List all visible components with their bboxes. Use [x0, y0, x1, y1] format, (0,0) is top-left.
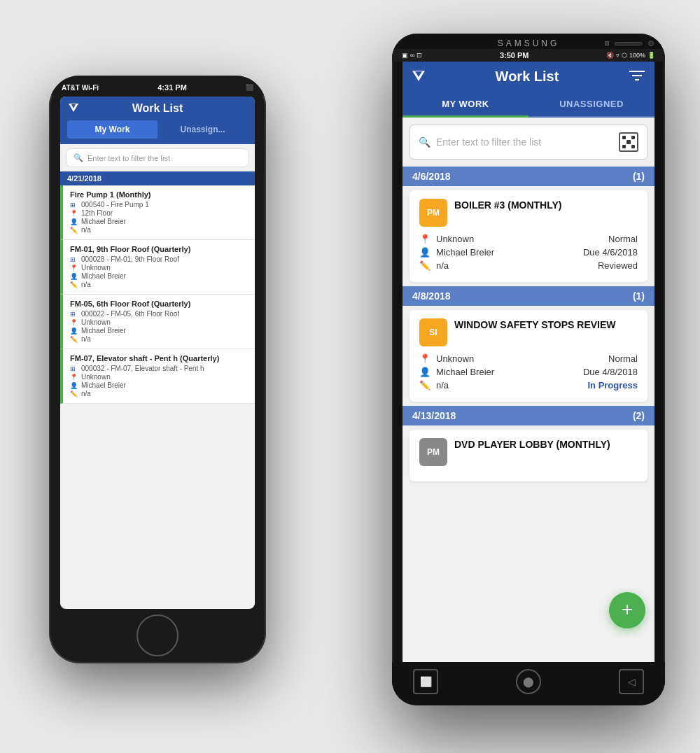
iphone-item-assignee-4: Michael Breier — [81, 381, 126, 389]
iphone-list-item[interactable]: FM-05, 6th Floor Roof (Quarterly) ⊞ 0000… — [60, 295, 255, 349]
samsung-search-placeholder: Enter text to filter the list — [436, 136, 541, 148]
samsung-search-icon: 🔍 — [419, 136, 430, 148]
samsung-work-item-1[interactable]: PM BOILER #3 (MONTHLY) 📍 Unknown Normal — [410, 190, 648, 282]
samsung-item-badge-2: SI — [419, 318, 447, 346]
iphone-tab-mywork[interactable]: My Work — [67, 120, 158, 139]
samsung-tab-mywork[interactable]: MY WORK — [402, 92, 528, 116]
iphone-content: 4/21/2018 Fire Pump 1 (Monthly) ⊞ 000540… — [60, 171, 255, 609]
iphone-item-note-1: n/a — [81, 226, 91, 234]
location-icon: 📍 — [70, 319, 78, 326]
samsung-item-title-3: DVD PLAYER LOBBY (MONTHLY) — [454, 438, 610, 451]
iphone-item-row: ✏️ n/a — [70, 390, 248, 397]
samsung-tab-unassigned[interactable]: UNASSIGNED — [528, 92, 654, 116]
iphone-item-row: 👤 Michael Breier — [70, 327, 248, 335]
iphone-item-note-3: n/a — [81, 335, 91, 343]
samsung-home-button[interactable]: ⬤ — [516, 669, 541, 694]
iphone-item-row: 📍 Unknown — [70, 318, 248, 326]
recents-icon: ◁ — [628, 676, 636, 687]
samsung-earpiece — [615, 42, 643, 45]
samsung-work-item-3[interactable]: PM DVD PLAYER LOBBY (MONTHLY) — [410, 430, 648, 481]
samsung-search-left: 🔍 Enter text to filter the list — [419, 136, 541, 148]
samsung-wifi-icon: ▿ — [616, 52, 620, 59]
samsung-front-camera — [605, 41, 609, 45]
location-icon: 📍 — [419, 353, 430, 364]
samsung-item-detail-row: 👤 Michael Breier Due 4/6/2018 — [419, 247, 638, 258]
iphone-item-row: 👤 Michael Breier — [70, 381, 248, 389]
iphone-item-location-2: Unknown — [81, 264, 111, 272]
samsung-status-icon-3: ⊡ — [416, 52, 422, 59]
iphone-item-row: 👤 Michael Breier — [70, 272, 248, 280]
samsung-qr-icon[interactable] — [619, 132, 638, 152]
iphone-item-id-1: 000540 - Fire Pump 1 — [81, 201, 149, 209]
samsung-mute-icon: 🔇 — [606, 52, 614, 59]
grid-icon: ⊞ — [70, 202, 78, 209]
iphone-device: AT&T Wi-Fi 4:31 PM ⬛ Work List My Work U… — [49, 76, 266, 663]
iphone-item-location-1: 12th Floor — [81, 209, 113, 217]
samsung-section-date-3: 4/13/2018 — [412, 410, 456, 421]
samsung-status-bar: ▣ ∞ ⊡ 3:50 PM 🔇 ▿ ⬡ 100% 🔋 — [392, 49, 665, 62]
person-icon: 👤 — [70, 273, 78, 280]
iphone-tabs: My Work Unassign... — [60, 120, 255, 144]
iphone-item-assignee-3: Michael Breier — [81, 327, 126, 335]
iphone-list-item[interactable]: Fire Pump 1 (Monthly) ⊞ 000540 - Fire Pu… — [60, 185, 255, 240]
iphone-section-date-1: 4/21/2018 — [60, 171, 255, 185]
pencil-icon: ✏️ — [70, 336, 78, 343]
samsung-section-count-2: (1) — [633, 290, 645, 302]
iphone-tab-unassigned[interactable]: Unassign... — [158, 120, 248, 139]
iphone-screen: Work List My Work Unassign... 🔍 Enter te… — [60, 97, 255, 609]
iphone-search-placeholder: Enter text to filter the list — [88, 154, 170, 162]
samsung-app-logo — [412, 69, 425, 85]
samsung-content: 4/6/2018 (1) PM BOILER #3 (MONTHLY) 📍 Un… — [402, 167, 654, 662]
scene: AT&T Wi-Fi 4:31 PM ⬛ Work List My Work U… — [35, 34, 665, 719]
fab-add-button[interactable]: + — [609, 592, 645, 628]
iphone-item-row: ✏️ n/a — [70, 281, 248, 288]
samsung-filter-icon[interactable] — [629, 69, 645, 85]
home-icon: ⬤ — [523, 676, 534, 687]
iphone-item-id-4: 000032 - FM-07, Elevator shaft - Pent h — [81, 365, 204, 372]
samsung-status-icon-2: ∞ — [410, 52, 414, 59]
samsung-signal-icon: ⬡ — [622, 52, 627, 59]
samsung-section-count-3: (2) — [633, 410, 645, 421]
samsung-tabs: MY WORK UNASSIGNED — [402, 92, 654, 118]
iphone-item-note-2: n/a — [81, 281, 91, 288]
samsung-work-item-2[interactable]: SI WINDOW SAFETY STOPS REVIEW 📍 Unknown … — [410, 310, 648, 402]
samsung-assignee-1: Michael Breier — [436, 247, 494, 258]
iphone-app-title: Work List — [132, 102, 183, 115]
samsung-recents-button[interactable]: ◁ — [619, 669, 644, 694]
fab-plus-icon: + — [622, 600, 633, 619]
samsung-due-2: Due 4/8/2018 — [583, 367, 638, 377]
samsung-item-header-1: PM BOILER #3 (MONTHLY) — [419, 199, 638, 227]
samsung-search-bar[interactable]: 🔍 Enter text to filter the list — [410, 125, 648, 160]
iphone-item-row: 📍 Unknown — [70, 264, 248, 272]
samsung-status-right: 🔇 ▿ ⬡ 100% 🔋 — [606, 52, 655, 59]
samsung-item-detail-row: ✏️ n/a Reviewed — [419, 260, 638, 271]
samsung-status-2: In Progress — [587, 380, 638, 390]
samsung-item-title-2: WINDOW SAFETY STOPS REVIEW — [454, 318, 616, 331]
iphone-list-item[interactable]: FM-07, Elevator shaft - Pent h (Quarterl… — [60, 349, 255, 404]
person-icon: 👤 — [70, 218, 78, 225]
samsung-back-button[interactable]: ⬜ — [413, 669, 438, 694]
iphone-item-title-4: FM-07, Elevator shaft - Pent h (Quarterl… — [70, 354, 248, 363]
pencil-icon: ✏️ — [70, 281, 78, 288]
samsung-battery-text: 100% — [629, 52, 645, 59]
iphone-list-item[interactable]: FM-01, 9th Floor Roof (Quarterly) ⊞ 0000… — [60, 240, 255, 295]
grid-icon: ⊞ — [70, 256, 78, 263]
location-icon: 📍 — [70, 374, 78, 381]
samsung-priority-2: Normal — [608, 353, 638, 364]
grid-icon: ⊞ — [70, 365, 78, 372]
samsung-location-1: Unknown — [436, 234, 474, 244]
iphone-logo — [69, 102, 78, 115]
iphone-item-location-4: Unknown — [81, 373, 111, 381]
iphone-item-row: 👤 Michael Breier — [70, 218, 248, 225]
samsung-assignee-2: Michael Breier — [436, 367, 494, 377]
samsung-screen: Work List MY WORK UNASSIGNED — [402, 62, 654, 662]
iphone-app-header: Work List — [60, 97, 255, 120]
samsung-item-detail-row: 📍 Unknown Normal — [419, 234, 638, 244]
iphone-item-id-3: 000022 - FM-05, 6th Floor Roof — [81, 310, 179, 318]
samsung-app-title: Work List — [496, 69, 559, 85]
pencil-icon: ✏️ — [70, 227, 78, 234]
iphone-search-bar[interactable]: 🔍 Enter text to filter the list — [66, 148, 249, 167]
samsung-battery-icon: 🔋 — [648, 52, 655, 59]
samsung-section-count-1: (1) — [633, 171, 645, 182]
iphone-home-button[interactable] — [136, 614, 178, 656]
